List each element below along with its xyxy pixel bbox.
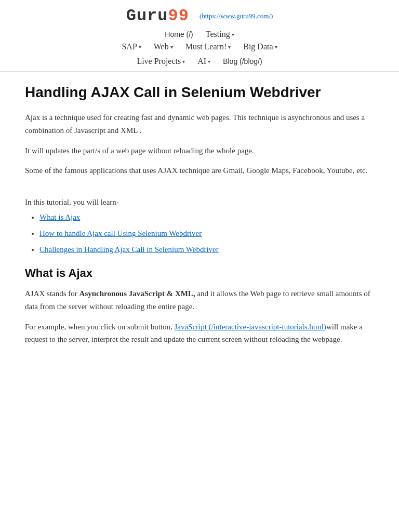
toc-item-3: Challenges in Handling Ajax Call in Sele… [39, 245, 374, 254]
header-top-row: Guru99 (https://www.guru99.com/) [126, 6, 273, 25]
nav-big-data[interactable]: Big Data ▾ [243, 42, 277, 51]
secondary-nav-row1: SAP ▾ Web ▾ Must Learn! ▾ Big Data ▾ [122, 42, 277, 51]
nav-web[interactable]: Web ▾ [154, 42, 173, 51]
section1-paragraph-1: AJAX stands for Asynchronous JavaScript … [25, 287, 374, 313]
section1-para2-prefix: For example, when you click on submit bu… [25, 323, 174, 331]
web-dropdown-arrow-icon: ▾ [170, 44, 173, 50]
javascript-link[interactable]: JavaScript (/interactive-javascript-tuto… [174, 323, 326, 331]
toc-item-2: How to handle Ajax call Using Selenium W… [39, 229, 374, 238]
intro-paragraph-1: Ajax is a technique used for creating fa… [25, 111, 374, 137]
intro-paragraph-2: It will updates the part/s of a web page… [25, 144, 374, 157]
intro-paragraph-3: Some of the famous applications that use… [25, 164, 374, 177]
site-url-link[interactable]: (https://www.guru99.com/) [200, 12, 273, 20]
toc-link-handle-ajax[interactable]: How to handle Ajax call Using Selenium W… [39, 229, 202, 237]
nav-testing-label: Testing [206, 30, 230, 39]
big-data-dropdown-arrow-icon: ▾ [275, 44, 277, 50]
logo-number: 99 [168, 6, 189, 25]
main-content: Handling AJAX Call in Selenium Webdriver… [0, 72, 399, 374]
ai-dropdown-arrow-icon: ▾ [208, 59, 210, 64]
toc-link-what-is-ajax[interactable]: What is Ajax [39, 213, 80, 221]
section1-paragraph-2: For example, when you click on submit bu… [25, 321, 374, 347]
toc-link-challenges[interactable]: Challenges in Handling Ajax Call in Sele… [39, 245, 219, 254]
toc-item-1: What is Ajax [39, 213, 374, 222]
nav-ai[interactable]: AI ▾ [197, 57, 210, 66]
must-learn-dropdown-arrow-icon: ▾ [228, 44, 231, 50]
live-projects-dropdown-arrow-icon: ▾ [182, 59, 185, 64]
nav-testing[interactable]: Testing ▾ [206, 30, 234, 39]
secondary-nav-row2: Live Projects ▾ AI ▾ Blog (/blog/) [137, 57, 262, 66]
nav-big-data-label: Big Data [243, 42, 273, 51]
nav-home[interactable]: Home (/) [165, 30, 193, 38]
nav-ai-label: AI [197, 57, 206, 66]
site-logo[interactable]: Guru99 [126, 6, 189, 25]
primary-nav: Home (/) Testing ▾ [165, 30, 234, 39]
nav-blog[interactable]: Blog (/blog/) [223, 57, 262, 65]
sap-dropdown-arrow-icon: ▾ [139, 44, 141, 50]
nav-must-learn[interactable]: Must Learn! ▾ [185, 42, 231, 51]
nav-must-learn-label: Must Learn! [185, 42, 227, 51]
toc-label: In this tutorial, you will learn- [25, 198, 374, 207]
page-title: Handling AJAX Call in Selenium Webdriver [25, 84, 374, 101]
logo-text: Guru [126, 6, 168, 25]
section1-para1-prefix: AJAX stands for [25, 289, 79, 298]
section1-title: What is Ajax [25, 267, 374, 280]
nav-sap-label: SAP [122, 42, 137, 51]
nav-live-projects-label: Live Projects [137, 57, 181, 66]
nav-live-projects[interactable]: Live Projects ▾ [137, 57, 185, 66]
section1-para1-bold: Asynchronous JavaScript & XML, [79, 289, 195, 298]
nav-sap[interactable]: SAP ▾ [122, 42, 141, 51]
site-header: Guru99 (https://www.guru99.com/) Home (/… [0, 0, 399, 72]
table-of-contents: What is Ajax How to handle Ajax call Usi… [25, 213, 374, 254]
nav-web-label: Web [154, 42, 169, 51]
testing-dropdown-arrow-icon: ▾ [232, 32, 234, 37]
